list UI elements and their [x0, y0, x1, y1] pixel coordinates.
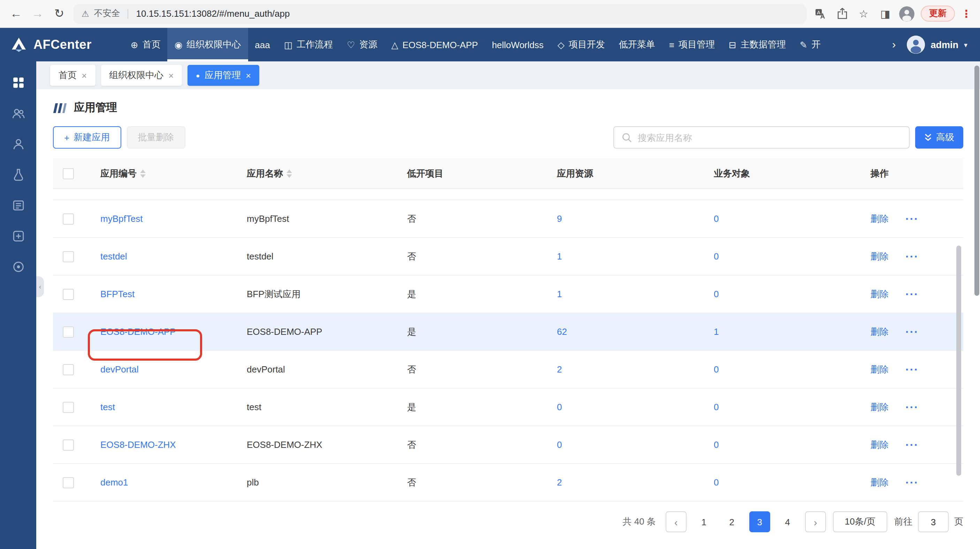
search-input[interactable]: [638, 132, 901, 143]
tab[interactable]: 首页 ×: [50, 65, 95, 86]
resources-count-link[interactable]: 1: [557, 251, 562, 262]
sidebar-item-add-app[interactable]: [6, 223, 31, 248]
more-actions-icon[interactable]: ···: [905, 477, 919, 488]
resources-count-link[interactable]: 0: [557, 402, 562, 412]
sidebar-item-settings[interactable]: [6, 254, 31, 279]
goto-page-input[interactable]: [918, 511, 949, 532]
nav-item[interactable]: ◉ 组织权限中心: [168, 28, 248, 61]
page-scrollbar-thumb[interactable]: [974, 65, 979, 296]
app-code-link[interactable]: EOS8-DEMO-ZHX: [100, 439, 176, 450]
app-code-link[interactable]: devPortal: [100, 364, 139, 375]
more-actions-icon[interactable]: ···: [905, 364, 919, 375]
objects-count-link[interactable]: 0: [714, 477, 719, 488]
table-row[interactable]: myBpfTest myBpfTest 否 9 0 删除 ···: [53, 200, 963, 238]
row-checkbox[interactable]: [63, 401, 74, 413]
sidebar-item-news[interactable]: [6, 193, 31, 218]
app-code-link[interactable]: myBpfTest: [100, 214, 143, 224]
translate-icon[interactable]: A: [813, 8, 828, 19]
delete-link[interactable]: 删除: [870, 288, 889, 300]
objects-count-link[interactable]: 0: [714, 402, 719, 412]
page-number-button[interactable]: 4: [777, 511, 798, 532]
resources-count-link[interactable]: 2: [557, 364, 562, 375]
nav-item[interactable]: ◇ 项目开发: [550, 28, 612, 61]
nav-item[interactable]: ≡ 项目管理: [662, 28, 722, 61]
sidebar-item-org[interactable]: [6, 101, 31, 126]
new-app-button[interactable]: + 新建应用: [53, 126, 121, 148]
table-row[interactable]: test test 是 0 0 删除 ···: [53, 389, 963, 426]
page-number-button[interactable]: 3: [749, 511, 770, 532]
delete-link[interactable]: 删除: [870, 401, 889, 413]
more-actions-icon[interactable]: ···: [905, 289, 919, 300]
nav-item[interactable]: helloWorldss: [485, 28, 550, 61]
table-scrollbar-thumb[interactable]: [956, 246, 961, 476]
browser-update-button[interactable]: 更新: [921, 6, 955, 22]
nav-item[interactable]: ⊟ 主数据管理: [722, 28, 793, 61]
row-checkbox[interactable]: [63, 289, 74, 300]
tab[interactable]: 组织权限中心 ×: [101, 65, 182, 86]
nav-item[interactable]: aaa: [248, 28, 277, 61]
page-number-button[interactable]: 2: [721, 511, 742, 532]
sort-icon[interactable]: [286, 169, 292, 177]
browser-menu-icon[interactable]: ⋮: [961, 7, 972, 20]
app-code-link[interactable]: EOS8-DEMO-APP: [100, 327, 176, 337]
nav-item[interactable]: ⊕ 首页: [124, 28, 168, 61]
delete-link[interactable]: 删除: [870, 363, 889, 376]
row-checkbox[interactable]: [63, 477, 74, 488]
objects-count-link[interactable]: 0: [714, 364, 719, 375]
back-icon[interactable]: ←: [8, 8, 24, 19]
more-actions-icon[interactable]: ···: [905, 439, 919, 450]
table-row[interactable]: testdel testdel 否 1 0 删除 ···: [53, 238, 963, 276]
more-actions-icon[interactable]: ···: [905, 326, 919, 337]
resources-count-link[interactable]: 0: [557, 439, 562, 450]
page-size-select[interactable]: 10条/页: [833, 511, 887, 532]
delete-link[interactable]: 删除: [870, 250, 889, 263]
objects-count-link[interactable]: 0: [714, 251, 719, 262]
refresh-icon[interactable]: ↻: [52, 8, 67, 19]
nav-item[interactable]: 低开菜单: [612, 28, 662, 61]
page-number-button[interactable]: 1: [694, 511, 714, 532]
share-icon[interactable]: [834, 8, 850, 19]
sidebar-collapse-handle[interactable]: ‹: [36, 276, 44, 297]
tab-close-icon[interactable]: ×: [246, 71, 251, 80]
tab[interactable]: • 应用管理 ×: [188, 65, 259, 86]
nav-item[interactable]: ◫ 工作流程: [277, 28, 340, 61]
sort-icon[interactable]: [140, 169, 146, 177]
side-panel-icon[interactable]: ◨: [878, 7, 893, 20]
browser-profile-avatar[interactable]: [899, 6, 915, 21]
nav-item[interactable]: ♡ 资源: [340, 28, 384, 61]
table-row[interactable]: EOS8-DEMO-ZHX EOS8-DEMO-ZHX 否 0 0 删除 ···: [53, 426, 963, 464]
more-actions-icon[interactable]: ···: [905, 401, 919, 413]
resources-count-link[interactable]: 9: [557, 214, 562, 224]
sidebar-item-user[interactable]: [6, 131, 31, 156]
table-row[interactable]: demo1 plb 否 2 0 删除 ···: [53, 464, 963, 501]
row-checkbox[interactable]: [63, 326, 74, 337]
sidebar-item-apps[interactable]: [6, 70, 31, 95]
objects-count-link[interactable]: 1: [714, 327, 719, 337]
app-code-link[interactable]: test: [100, 402, 115, 412]
row-checkbox[interactable]: [63, 364, 74, 375]
objects-count-link[interactable]: 0: [714, 289, 719, 299]
app-code-link[interactable]: BFPTest: [100, 289, 135, 299]
nav-overflow-chevron-icon[interactable]: ›: [889, 28, 899, 61]
table-row[interactable]: EOS8-DEMO-APP EOS8-DEMO-APP 是 62 1 删除 ··…: [53, 313, 963, 351]
nav-item[interactable]: △ EOS8-DEMO-APP: [384, 28, 485, 61]
bookmark-star-icon[interactable]: ☆: [856, 7, 871, 20]
nav-item[interactable]: ✎ 开: [793, 28, 828, 61]
prev-page-button[interactable]: ‹: [666, 511, 687, 532]
delete-link[interactable]: 删除: [870, 439, 889, 451]
delete-link[interactable]: 删除: [870, 212, 889, 225]
objects-count-link[interactable]: 0: [714, 439, 719, 450]
objects-count-link[interactable]: 0: [714, 214, 719, 224]
sidebar-item-test[interactable]: [6, 162, 31, 187]
app-code-link[interactable]: testdel: [100, 251, 127, 262]
table-row[interactable]: BFPTest BFP测试应用 是 1 0 删除 ···: [53, 276, 963, 313]
tab-close-icon[interactable]: ×: [81, 71, 87, 80]
forward-icon[interactable]: →: [30, 8, 45, 19]
delete-link[interactable]: 删除: [870, 326, 889, 338]
row-checkbox[interactable]: [63, 251, 74, 262]
address-bar[interactable]: ⚠ 不安全 10.15.15.151:13082/#/menu_auth/app: [73, 4, 807, 23]
table-row[interactable]: devPortal devPortal 否 2 0 删除 ···: [53, 351, 963, 389]
more-actions-icon[interactable]: ···: [905, 213, 919, 224]
row-checkbox[interactable]: [63, 213, 74, 224]
row-checkbox[interactable]: [63, 439, 74, 450]
